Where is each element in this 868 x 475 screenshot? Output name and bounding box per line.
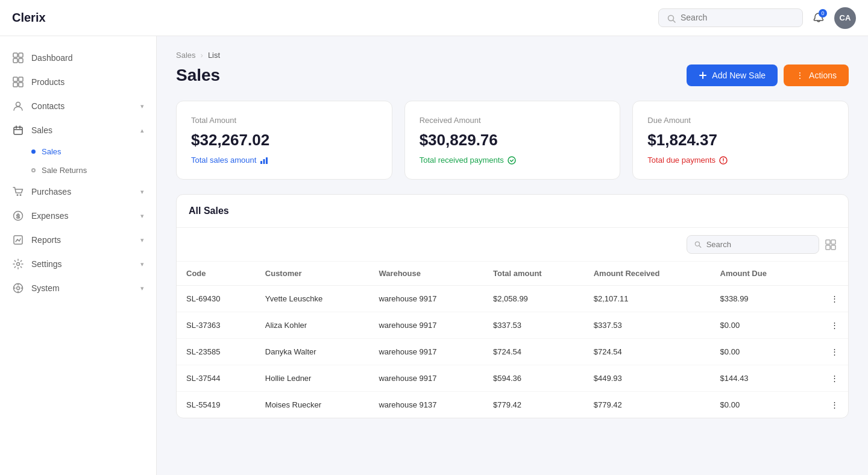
cell-due: $144.43 [711, 365, 808, 392]
stat-card-received: Received Amount $30,829.76 Total receive… [404, 101, 621, 180]
expenses-icon [12, 210, 24, 222]
cell-due: $0.00 [711, 392, 808, 418]
cell-received: $337.53 [584, 312, 711, 339]
sales-icon [12, 124, 24, 136]
sidebar-item-purchases[interactable]: Purchases ▾ [0, 180, 156, 204]
svg-point-24 [723, 162, 724, 163]
row-menu-button[interactable]: ⋮ [808, 392, 848, 418]
svg-point-12 [17, 194, 19, 196]
cell-received: $779.42 [584, 392, 711, 418]
sidebar-sub-sale-returns[interactable]: Sale Returns [0, 161, 156, 180]
cell-code: SL-37363 [177, 312, 256, 339]
cell-due: $0.00 [711, 312, 808, 339]
products-icon [12, 76, 24, 88]
add-new-sale-button[interactable]: Add New Sale [687, 64, 778, 86]
svg-rect-27 [826, 240, 830, 244]
svg-rect-6 [13, 77, 17, 81]
svg-point-22 [508, 157, 515, 164]
notification-badge: 0 [819, 9, 827, 17]
svg-rect-2 [13, 53, 17, 57]
col-received: Amount Received [584, 262, 711, 286]
sidebar-item-products[interactable]: Products [0, 70, 156, 94]
svg-rect-5 [19, 58, 23, 63]
svg-point-10 [16, 102, 20, 107]
sub-item-label: Sales [42, 147, 61, 156]
sidebar-item-label: Settings [31, 259, 62, 269]
svg-rect-29 [826, 245, 830, 250]
table-search-input[interactable] [706, 240, 811, 249]
cell-customer: Danyka Walter [256, 339, 370, 365]
stat-card-due: Due Amount $1,824.37 Total due payments [632, 101, 849, 180]
sidebar-sub-sales[interactable]: Sales [0, 142, 156, 161]
svg-rect-4 [13, 58, 17, 63]
stat-value: $1,824.37 [647, 131, 834, 149]
cell-customer: Moises Ruecker [256, 392, 370, 418]
stat-link[interactable]: Total received payments [420, 156, 606, 165]
table-row: SL-37363 Aliza Kohler warehouse 9917 $33… [177, 312, 848, 339]
col-warehouse: Warehouse [369, 262, 483, 286]
sidebar-item-settings[interactable]: Settings ▾ [0, 252, 156, 276]
cell-warehouse: warehouse 9137 [369, 392, 483, 418]
svg-line-1 [673, 20, 676, 22]
cell-warehouse: warehouse 9917 [369, 286, 483, 312]
search-icon [667, 13, 676, 22]
search-icon [694, 241, 702, 248]
main-content: Sales › List Sales Add New Sale ⋮ Action… [157, 36, 868, 475]
table-search-bar[interactable] [687, 235, 819, 254]
col-due: Amount Due [711, 262, 808, 286]
stat-link[interactable]: Total sales amount [191, 156, 377, 165]
dashboard-icon [12, 52, 24, 64]
sidebar-item-contacts[interactable]: Contacts ▾ [0, 94, 156, 118]
header-actions: Add New Sale ⋮ Actions [687, 64, 849, 86]
app-brand: Clerix [12, 11, 46, 25]
row-menu-button[interactable]: ⋮ [808, 286, 848, 312]
actions-button[interactable]: ⋮ Actions [784, 64, 849, 86]
stat-value: $30,829.76 [420, 131, 606, 149]
sidebar-item-label: Sales [31, 125, 52, 135]
navbar: Clerix 0 CA [0, 0, 868, 36]
row-menu-button[interactable]: ⋮ [808, 312, 848, 339]
avatar[interactable]: CA [834, 7, 856, 29]
sales-table: Code Customer Warehouse Total amount Amo… [177, 262, 848, 418]
settings-icon [12, 258, 24, 270]
table-toolbar [177, 228, 848, 262]
sidebar-item-label: Products [31, 77, 64, 87]
sidebar-item-label: System [31, 283, 60, 293]
sidebar-item-reports[interactable]: Reports ▾ [0, 228, 156, 252]
cell-customer: Aliza Kohler [256, 312, 370, 339]
svg-rect-9 [19, 83, 23, 87]
cell-total: $779.42 [483, 392, 584, 418]
notification-button[interactable]: 0 [813, 11, 825, 24]
sidebar-item-label: Reports [31, 235, 61, 245]
inactive-dot [31, 168, 36, 172]
cell-warehouse: warehouse 9917 [369, 312, 483, 339]
reports-icon [12, 234, 24, 246]
row-menu-button[interactable]: ⋮ [808, 365, 848, 392]
sidebar-item-sales[interactable]: Sales ▴ [0, 118, 156, 142]
stat-link[interactable]: Total due payments [647, 156, 834, 165]
svg-rect-11 [14, 127, 22, 134]
row-menu-button[interactable]: ⋮ [808, 339, 848, 365]
contacts-icon [12, 100, 24, 112]
sidebar-item-system[interactable]: System ▾ [0, 276, 156, 300]
grid-view-icon[interactable] [825, 239, 836, 250]
col-code: Code [177, 262, 256, 286]
svg-rect-7 [19, 77, 23, 81]
page-header: Sales Add New Sale ⋮ Actions [176, 64, 849, 86]
sidebar-item-expenses[interactable]: Expenses ▾ [0, 204, 156, 228]
stat-label: Total Amount [191, 116, 377, 125]
breadcrumb-sep: › [201, 51, 203, 60]
sidebar-item-dashboard[interactable]: Dashboard [0, 46, 156, 70]
svg-rect-19 [260, 161, 262, 164]
cell-warehouse: warehouse 9917 [369, 339, 483, 365]
col-total: Total amount [483, 262, 584, 286]
cell-due: $338.99 [711, 286, 808, 312]
table-row: SL-23585 Danyka Walter warehouse 9917 $7… [177, 339, 848, 365]
svg-rect-3 [19, 53, 23, 57]
cell-total: $594.36 [483, 365, 584, 392]
global-search-input[interactable] [681, 13, 794, 22]
chevron-down-icon: ▾ [140, 188, 144, 196]
stats-row: Total Amount $32,267.02 Total sales amou… [176, 101, 849, 180]
global-search-bar[interactable] [658, 8, 803, 27]
breadcrumb-parent: Sales [176, 51, 196, 60]
